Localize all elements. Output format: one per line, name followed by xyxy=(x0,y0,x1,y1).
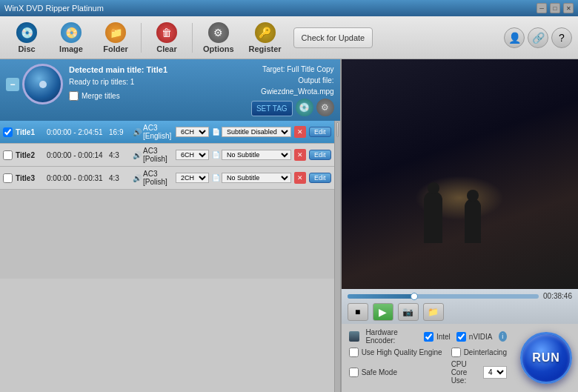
cpu-core-select[interactable]: 4 2 1 8 xyxy=(483,366,507,379)
title-list: Title1 0:00:00 - 2:04:51 16:9 🔊 AC3 [Eng… xyxy=(0,121,334,392)
title3-subtitle-select[interactable]: No Subtitle Subtitle Disabled xyxy=(222,173,291,183)
title1-checkbox[interactable] xyxy=(3,127,13,137)
title2-remove-btn[interactable]: ✕ xyxy=(294,149,306,161)
high-quality-label: Use High Quality Engine xyxy=(362,348,442,356)
nvidia-option: nVIDIA xyxy=(456,332,493,342)
main-content: − Detected main title: Title1 Ready to r… xyxy=(0,59,578,392)
silhouette-1 xyxy=(424,191,442,243)
merge-check: Merge titles xyxy=(69,90,245,102)
audio-icon: 🔊 xyxy=(133,128,142,136)
play-btn[interactable]: ▶ xyxy=(373,303,393,321)
merge-checkbox[interactable] xyxy=(69,91,79,101)
maximize-btn[interactable]: □ xyxy=(550,3,560,13)
ready-count: Ready to rip titles: 1 xyxy=(69,76,245,87)
options-icon: ⚙ xyxy=(208,22,229,43)
register-button[interactable]: 🔑 Register xyxy=(243,19,288,56)
options-button[interactable]: ⚙ Options xyxy=(197,19,240,56)
clear-button[interactable]: 🗑 Clear xyxy=(146,19,187,56)
silhouette-2 xyxy=(465,199,481,243)
seek-bar-container: 00:38:46 xyxy=(348,292,572,300)
deinterlacing-checkbox[interactable] xyxy=(451,348,461,357)
title1-edit-btn[interactable]: Edit xyxy=(309,127,331,137)
subtitle-icon: 📄 xyxy=(212,128,220,136)
high-quality-checkbox[interactable] xyxy=(349,348,359,357)
safe-mode-option: Safe Mode xyxy=(349,368,445,377)
screenshot-btn[interactable]: 📷 xyxy=(398,303,419,321)
title2-ratio: 4:3 xyxy=(109,151,130,159)
run-col: RUN xyxy=(514,324,578,392)
window-controls: ─ □ ✕ xyxy=(537,3,574,13)
title3-remove-btn[interactable]: ✕ xyxy=(294,172,306,184)
close-btn[interactable]: ✕ xyxy=(563,3,574,13)
title2-edit-btn[interactable]: Edit xyxy=(309,150,331,160)
hw-encoder-label: Hardware Encoder: xyxy=(365,328,418,345)
seek-bar[interactable] xyxy=(348,294,539,299)
title3-channel-select[interactable]: 2CH6CH xyxy=(176,173,209,183)
playback-area: 00:38:46 ■ ▶ 📷 📁 xyxy=(342,289,578,324)
subtitle-icon3: 📄 xyxy=(212,174,220,182)
gear-ctrl-icon[interactable]: ⚙ xyxy=(316,99,334,116)
empty-list-area xyxy=(0,190,334,279)
audio-icon2: 🔊 xyxy=(133,151,142,159)
register-icon: 🔑 xyxy=(255,22,276,43)
deinterlacing-label: Deinterlacing xyxy=(464,348,507,356)
quality-row: Use High Quality Engine Deinterlacing xyxy=(349,348,507,357)
right-bottom: Hardware Encoder: Intel nVIDIA i xyxy=(342,324,578,392)
title3-checkbox[interactable] xyxy=(3,173,13,183)
folder-button[interactable]: 📁 Folder xyxy=(95,19,136,56)
title1-name: Title1 xyxy=(16,128,44,136)
title2-subtitle: 📄 No Subtitle Subtitle Disabled xyxy=(212,150,291,160)
image-label: Image xyxy=(59,44,83,53)
nvidia-checkbox[interactable] xyxy=(456,332,466,342)
toolbar-separator-1 xyxy=(141,23,142,53)
seek-bar-fill xyxy=(348,294,414,299)
disc-icon: 💿 xyxy=(16,22,37,43)
stop-btn[interactable]: ■ xyxy=(348,303,368,321)
title2-audio: 🔊 AC3 [Polish] 6CH2CH xyxy=(133,147,209,163)
folder-open-btn[interactable]: 📁 xyxy=(423,303,444,321)
title2-channel-select[interactable]: 6CH2CH xyxy=(176,150,209,160)
disc-label: Disc xyxy=(18,44,35,53)
toolbar-separator-2 xyxy=(192,23,193,53)
title1-audio: 🔊 AC3 [English] 6CH2CH xyxy=(133,124,209,140)
hw-encoder-icon xyxy=(349,331,360,342)
check-update-button[interactable]: Check for Update xyxy=(293,27,373,48)
title1-remove-btn[interactable]: ✕ xyxy=(294,126,306,138)
image-button[interactable]: 📀 Image xyxy=(50,19,92,56)
scrollbar-thumb[interactable] xyxy=(336,122,339,137)
intel-label: Intel xyxy=(436,333,451,341)
title2-checkbox[interactable] xyxy=(3,150,13,160)
intel-option: Intel xyxy=(424,332,451,342)
app-title: WinX DVD Ripper Platinum xyxy=(4,4,104,13)
set-tag-button[interactable]: SET TAG xyxy=(251,101,293,116)
list-scrollbar[interactable] xyxy=(334,121,340,392)
minimize-btn[interactable]: ─ xyxy=(537,3,547,13)
title2-subtitle-select[interactable]: No Subtitle Subtitle Disabled xyxy=(222,150,291,160)
info-text: Detected main title: Title1 Ready to rip… xyxy=(69,64,245,102)
run-button[interactable]: RUN xyxy=(520,332,572,384)
help-icon[interactable]: ? xyxy=(551,27,572,48)
disc-ctrl-icon[interactable]: 💿 xyxy=(296,99,313,116)
safe-mode-checkbox[interactable] xyxy=(349,368,359,377)
disc-button[interactable]: 💿 Disc xyxy=(6,19,47,56)
title1-channel-select[interactable]: 6CH2CH xyxy=(176,127,209,137)
audio-icon3: 🔊 xyxy=(133,174,142,182)
title1-subtitle: 📄 Subtitle Disabled No Subtitle xyxy=(212,127,291,137)
seek-bar-thumb xyxy=(411,293,418,300)
right-panel-inner: 00:38:46 ■ ▶ 📷 📁 Hardware Encoder: xyxy=(342,59,578,392)
intel-checkbox[interactable] xyxy=(424,332,434,342)
right-panel: 00:38:46 ■ ▶ 📷 📁 Hardware Encoder: xyxy=(342,59,578,392)
title1-subtitle-select[interactable]: Subtitle Disabled No Subtitle xyxy=(222,127,291,137)
disc-control-icons: 💿 ⚙ xyxy=(296,99,334,116)
disc-minus-btn[interactable]: − xyxy=(6,78,19,91)
deinterlacing-option: Deinterlacing xyxy=(451,348,507,357)
title2-time: 0:00:00 - 0:00:14 xyxy=(47,151,106,159)
hw-info-icon[interactable]: i xyxy=(499,331,507,342)
share-icon[interactable]: 🔗 xyxy=(528,27,548,48)
output-info: Target: Full Title Copy Output file: Gwi… xyxy=(251,64,334,116)
title3-subtitle: 📄 No Subtitle Subtitle Disabled xyxy=(212,173,291,183)
user-icon[interactable]: 👤 xyxy=(504,27,525,48)
title2-name: Title2 xyxy=(16,151,44,159)
title3-edit-btn[interactable]: Edit xyxy=(309,173,331,183)
detected-title: Detected main title: Title1 xyxy=(69,64,245,76)
